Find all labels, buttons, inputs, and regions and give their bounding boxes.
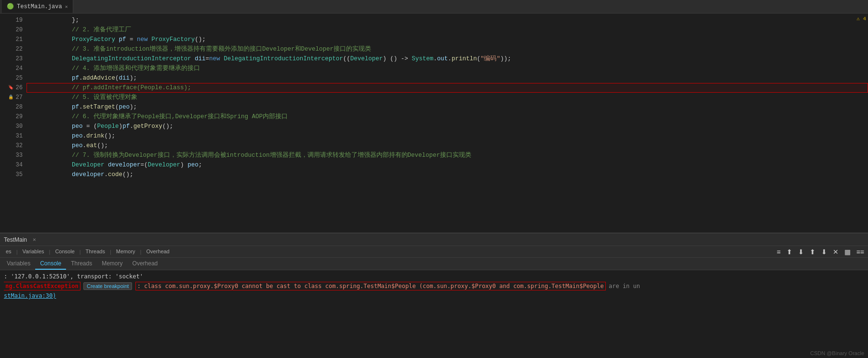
- legacy-tab-variables[interactable]: Variables: [18, 246, 48, 257]
- editor-area: 19 20 21 22 23 24 25 🔖26 🔒27 28 29 30 31…: [0, 14, 868, 233]
- tab-threads[interactable]: Threads: [66, 258, 97, 270]
- toolbar-up1-button[interactable]: ⬆: [785, 247, 794, 257]
- tab-variables-label: Variables: [7, 260, 30, 267]
- tab-threads-label: Threads: [71, 260, 92, 267]
- line-num-24: 24: [0, 64, 23, 73]
- bottom-panel: TestMain ✕ es | Variables | Console | Th…: [0, 233, 868, 358]
- line-num-28: 28: [0, 102, 23, 112]
- bottom-panel-close-button[interactable]: ✕: [33, 236, 36, 243]
- line-num-33: 33: [0, 151, 23, 160]
- tab-filename: TestMain.java: [17, 3, 62, 10]
- console-line-3: stMain.java:30): [4, 291, 864, 300]
- line-num-19: 19: [0, 15, 23, 25]
- code-line-29: // 6. 代理对象继承了People接口,Developer接口和Spring…: [27, 112, 868, 122]
- toolbar-grid-button[interactable]: ▦: [842, 247, 853, 257]
- line-num-29: 29: [0, 112, 23, 122]
- class-cast-exception-link[interactable]: ng.ClassCastException: [4, 282, 80, 290]
- toolbar-layout-button[interactable]: ≡≡: [855, 247, 866, 257]
- tab-overhead[interactable]: Overhead: [128, 258, 163, 270]
- line-numbers: 19 20 21 22 23 24 25 🔖26 🔒27 28 29 30 31…: [0, 14, 27, 233]
- tab-console[interactable]: Console: [35, 258, 66, 270]
- line-num-31: 31: [0, 131, 23, 141]
- bottom-panel-title-bar: TestMain ✕: [0, 234, 868, 246]
- watermark-text: CSDN @Binary Oracle: [810, 350, 864, 356]
- legacy-tab-console[interactable]: Console: [51, 246, 78, 257]
- code-content: 19 20 21 22 23 24 25 🔖26 🔒27 28 29 30 31…: [0, 14, 868, 233]
- tab-bar: 🟢 TestMain.java ✕: [0, 0, 868, 14]
- toolbar-close-button[interactable]: ✕: [831, 247, 841, 257]
- tab-memory[interactable]: Memory: [97, 258, 127, 270]
- code-line-33: // 7. 强制转换为Developer接口，实际方法调用会被introduct…: [27, 151, 868, 160]
- legacy-tabs-bar: es | Variables | Console | Threads | Mem…: [0, 246, 868, 258]
- java-file-icon: 🟢: [7, 3, 14, 10]
- code-line-30: peo = (People)pf.getProxy();: [27, 122, 868, 131]
- line-num-35: 35: [0, 170, 23, 179]
- code-line-24: // 4. 添加增强器和代理对象需要继承的接口: [27, 64, 868, 73]
- code-line-28: pf.setTarget(peo);: [27, 102, 868, 112]
- line-num-21: 21: [0, 35, 23, 44]
- tab-overhead-label: Overhead: [133, 260, 158, 267]
- code-line-27: // 5. 设置被代理对象: [27, 93, 868, 102]
- legacy-tab-overhead[interactable]: Overhead: [142, 246, 173, 257]
- bottom-panel-title: TestMain: [4, 236, 27, 243]
- line-num-27: 🔒27: [0, 93, 23, 102]
- line-num-26: 🔖26: [0, 83, 23, 93]
- create-breakpoint-button[interactable]: Create breakpoint: [83, 282, 132, 290]
- toolbar-menu-button[interactable]: ≡: [775, 247, 782, 257]
- code-line-35: developer.code();: [27, 170, 868, 179]
- watermark: CSDN @Binary Oracle: [810, 350, 864, 356]
- tab-close-button[interactable]: ✕: [65, 4, 68, 10]
- line-num-32: 32: [0, 141, 23, 151]
- code-line-26: // pf.addInterface(People.class);: [27, 83, 868, 93]
- toolbar-up2-button[interactable]: ⬆: [808, 247, 817, 257]
- tab-console-label: Console: [40, 260, 61, 267]
- code-line-21: ProxyFactory pf = new ProxyFactory();: [27, 35, 868, 44]
- line-num-23: 23: [0, 54, 23, 64]
- toolbar-down1-button[interactable]: ⬇: [796, 247, 806, 257]
- code-line-34: Developer developer=(Developer) peo;: [27, 160, 868, 170]
- tab-memory-label: Memory: [102, 260, 122, 267]
- line-num-30: 30: [0, 122, 23, 131]
- debug-tabs-bar: Variables Console Threads Memory Overhea…: [0, 258, 868, 270]
- console-line-2: ng.ClassCastException Create breakpoint …: [4, 282, 864, 290]
- code-line-25: pf.addAdvice(dii);: [27, 73, 868, 83]
- legacy-tab-memory[interactable]: Memory: [112, 246, 139, 257]
- line-num-22: 22: [0, 44, 23, 54]
- console-output: : '127.0.0.1:52510', transport: 'socket'…: [0, 270, 868, 358]
- line-num-25: 25: [0, 73, 23, 83]
- line-num-34: 34: [0, 160, 23, 170]
- code-line-20: // 2. 准备代理工厂: [27, 25, 868, 35]
- code-lines: }; // 2. 准备代理工厂 ProxyFactory pf = new Pr…: [27, 14, 868, 233]
- legacy-tab-es[interactable]: es: [2, 246, 15, 257]
- tab-testmain[interactable]: 🟢 TestMain.java ✕: [2, 0, 73, 13]
- console-line-1: : '127.0.0.1:52510', transport: 'socket': [4, 272, 864, 281]
- line-num-20: 20: [0, 25, 23, 35]
- warning-text: ⚠ 4: [856, 16, 866, 22]
- legacy-tab-threads[interactable]: Threads: [82, 246, 109, 257]
- code-line-32: peo.eat();: [27, 141, 868, 151]
- warning-indicator: ⚠ 4: [856, 15, 868, 22]
- tab-variables[interactable]: Variables: [2, 258, 35, 270]
- toolbar-down2-button[interactable]: ⬇: [819, 247, 829, 257]
- code-line-31: peo.drink();: [27, 131, 868, 141]
- code-line-22: // 3. 准备introduction增强器，增强器持有需要额外添加的接口De…: [27, 44, 868, 54]
- code-line-19: };: [27, 15, 868, 25]
- code-line-23: DelegatingIntroductionInterceptor dii=ne…: [27, 54, 868, 64]
- stack-trace-link[interactable]: stMain.java:30): [4, 292, 56, 299]
